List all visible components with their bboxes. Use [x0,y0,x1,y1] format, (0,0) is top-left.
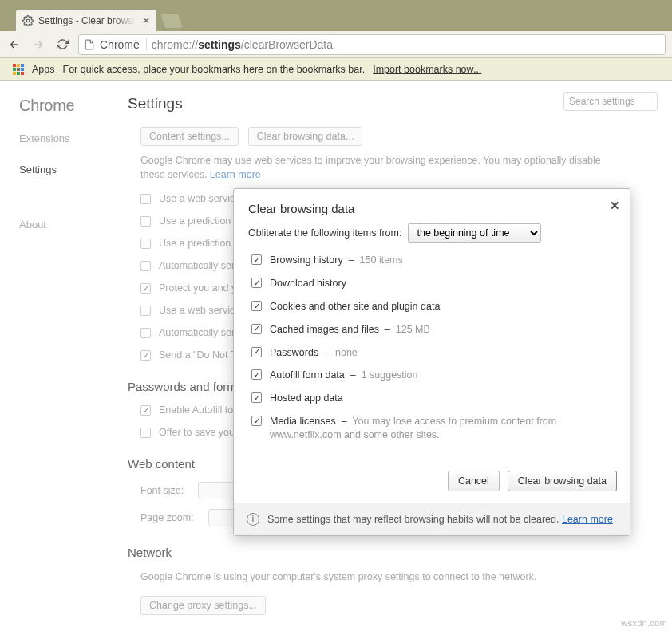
clear-data-option[interactable]: Cookies and other site and plugin data [251,300,615,314]
clear-data-option[interactable]: Autofill form data – 1 suggestion [251,369,615,382]
clear-browsing-data-dialog: Clear browsing data ✕ Obliterate the fol… [233,188,630,536]
clear-data-hint: 150 items [360,254,403,266]
clear-data-label: Autofill form data [270,369,345,381]
dialog-info-text: Some settings that may reflect browsing … [267,514,562,525]
checkbox[interactable] [251,254,262,265]
clear-data-label: Passwords [270,347,318,358]
time-range-select[interactable]: the beginning of time [408,223,541,243]
checkbox[interactable] [251,278,262,288]
checkbox[interactable] [251,347,262,357]
checkbox[interactable] [251,392,262,403]
clear-data-option[interactable]: Cached images and files – 125 MB [251,323,615,337]
clear-data-hint: 1 suggestion [362,369,418,381]
close-icon[interactable]: ✕ [610,199,620,213]
clear-data-label: Cached images and files [270,324,379,335]
clear-data-label: Download history [270,278,346,289]
clear-data-option[interactable]: Browsing history – 150 items [251,254,615,267]
clear-data-option[interactable]: Download history [251,277,615,290]
source-watermark: wsxdn.com [621,618,667,628]
clear-data-label: Hosted app data [270,392,343,404]
cancel-button[interactable]: Cancel [448,471,500,491]
clear-data-option[interactable]: Media licenses – You may lose access to … [251,415,615,442]
obliterate-label: Obliterate the following items from: [248,227,401,239]
clear-data-label: Browsing history [270,254,343,266]
dialog-info-bar: i Some settings that may reflect browsin… [234,503,630,535]
clear-data-label: Media licenses [270,416,336,427]
clear-data-hint: none [335,347,358,358]
clear-data-option[interactable]: Hosted app data [251,392,615,405]
checkbox[interactable] [251,369,262,380]
checkbox[interactable] [251,301,262,311]
checkbox[interactable] [251,416,262,426]
dialog-title: Clear browsing data ✕ [234,189,630,223]
checkbox[interactable] [251,324,262,334]
clear-data-hint: 125 MB [396,324,430,335]
info-icon: i [247,513,259,526]
dialog-learn-more-link[interactable]: Learn more [562,514,613,525]
clear-data-confirm-button[interactable]: Clear browsing data [508,471,617,491]
clear-data-label: Cookies and other site and plugin data [270,301,440,312]
clear-data-option[interactable]: Passwords – none [251,346,615,360]
